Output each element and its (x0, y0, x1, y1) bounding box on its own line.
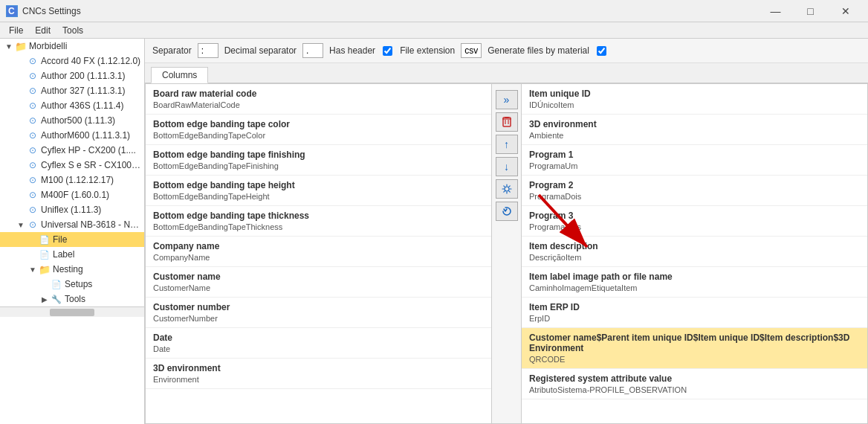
settings-button[interactable] (496, 179, 518, 199)
expand-icon-author436s (15, 100, 27, 112)
add-all-button[interactable]: » (496, 90, 518, 109)
move-down-button[interactable]: ↓ (496, 157, 518, 176)
column-name: Customer name (153, 272, 484, 282)
cnc-icon-author500: ⊙ (27, 115, 39, 126)
sidebar-label: Morbidelli (29, 41, 67, 51)
menu-tools[interactable]: Tools (56, 24, 89, 37)
list-item[interactable]: Bottom edge banding tape color BottomEdg… (146, 115, 491, 145)
sidebar-item-uniflex[interactable]: ⊙ Uniflex (1.11.3) (0, 202, 144, 217)
list-item[interactable]: Company name CompanyName (146, 237, 491, 267)
sidebar-item-accord[interactable]: ⊙ Accord 40 FX (1.12.12.0) (0, 54, 144, 68)
sidebar-item-file[interactable]: 📄 File (0, 232, 144, 247)
label-icon: 📄 (39, 248, 51, 260)
list-item[interactable]: Bottom edge banding tape thickness Botto… (146, 206, 491, 237)
separator-input[interactable] (198, 43, 218, 58)
close-button[interactable]: ✕ (829, 0, 862, 22)
sidebar-item-authorm600[interactable]: ⊙ AuthorM600 (1.11.3.1) (0, 128, 144, 143)
columns-area: Board raw material code BoardRawMaterial… (145, 83, 868, 424)
right-list-item[interactable]: Item ERP ID ErpID (522, 298, 867, 328)
sidebar-item-cyflex-s[interactable]: ⊙ Cyflex S e SR - CX100 (… (0, 158, 144, 173)
right-list-item-highlighted[interactable]: Customer name$Parent item unique ID$Item… (522, 328, 867, 369)
minimize-button[interactable]: — (759, 0, 792, 22)
generate-label: Generate files by material (488, 45, 589, 56)
sidebar-item-label[interactable]: 📄 Label (0, 247, 144, 262)
middle-buttons-panel: » ↑ ↓ (492, 84, 522, 423)
sidebar-label-authorm600: AuthorM600 (1.11.3.1) (41, 130, 130, 141)
sidebar-item-author500[interactable]: ⊙ Author500 (1.11.3) (0, 113, 144, 128)
right-column-name: Item description (529, 241, 860, 251)
right-column-name: Program 1 (529, 150, 860, 160)
expand-icon-file (27, 234, 39, 245)
sidebar-label-author436s: Author 436S (1.11.4) (41, 100, 123, 111)
cnc-icon-m400f: ⊙ (27, 189, 39, 201)
right-column-name: Item unique ID (529, 89, 860, 99)
right-list-item[interactable]: Program 2 ProgramaDois (522, 176, 867, 206)
right-list-item[interactable]: Program 3 ProgramaTrês (522, 206, 867, 237)
svg-text:C: C (8, 6, 15, 16)
column-code: Date (153, 344, 484, 353)
cnc-icon-author200: ⊙ (27, 70, 39, 82)
sidebar-label-m400f: M400F (1.60.0.1) (41, 190, 109, 200)
cnc-icon-cyflex-hp: ⊙ (27, 144, 39, 156)
expand-icon-accord (15, 55, 27, 67)
maximize-button[interactable]: □ (794, 0, 827, 22)
move-up-button[interactable]: ↑ (496, 135, 518, 154)
right-list-item[interactable]: 3D environment Ambiente (522, 115, 867, 145)
sidebar-item-morbidelli[interactable]: ▼ 📁 Morbidelli (0, 39, 144, 54)
folder-icon: 📁 (15, 40, 27, 52)
list-item[interactable]: Bottom edge banding tape finishing Botto… (146, 145, 491, 176)
sidebar-item-universal[interactable]: ▼ ⊙ Universal NB-3618 - N… (0, 217, 144, 232)
reset-button[interactable] (496, 202, 518, 221)
sidebar-item-author436s[interactable]: ⊙ Author 436S (1.11.4) (0, 98, 144, 113)
right-list-item[interactable]: Item unique ID IDÚnicoItem (522, 84, 867, 115)
menu-edit[interactable]: Edit (29, 24, 56, 37)
column-code: CustomerNumber (153, 314, 484, 323)
sidebar-item-m400f[interactable]: ⊙ M400F (1.60.0.1) (0, 187, 144, 202)
right-list-item[interactable]: Program 1 ProgramaUm (522, 145, 867, 176)
right-column-code: QRCODE (529, 355, 860, 364)
sidebar-label-accord: Accord 40 FX (1.12.12.0) (41, 56, 140, 66)
decimal-input[interactable] (302, 43, 323, 58)
sidebar-label-cyflex-s: Cyflex S e SR - CX100 (… (41, 160, 141, 170)
sidebar-item-setups[interactable]: 📄 Setups (0, 277, 144, 292)
sidebar-item-nesting[interactable]: ▼ 📁 Nesting (0, 262, 144, 277)
column-code: BottomEdgeBandingTapeThickness (153, 222, 484, 231)
list-item[interactable]: Board raw material code BoardRawMaterial… (146, 84, 491, 115)
list-item[interactable]: Date Date (146, 328, 491, 359)
column-name: Company name (153, 241, 484, 251)
sidebar-item-author327[interactable]: ⊙ Author 327 (1.11.3.1) (0, 83, 144, 98)
list-item[interactable]: Customer number CustomerNumber (146, 298, 491, 328)
right-column-code: ProgramaTrês (529, 222, 860, 231)
cnc-icon-author436s: ⊙ (27, 100, 39, 112)
sidebar: ▼ 📁 Morbidelli ⊙ Accord 40 FX (1.12.12.0… (0, 39, 145, 424)
sidebar-item-m100[interactable]: ⊙ M100 (1.12.12.17) (0, 173, 144, 187)
column-code: CustomerName (153, 283, 484, 292)
list-item[interactable]: Bottom edge banding tape height BottomEd… (146, 176, 491, 206)
list-item[interactable]: 3D environment Environment (146, 359, 491, 389)
file-extension-input[interactable] (461, 43, 482, 58)
tab-columns[interactable]: Columns (151, 67, 208, 83)
column-name: Bottom edge banding tape color (153, 119, 484, 129)
sidebar-scrollbar-area (0, 306, 144, 317)
right-list-item[interactable]: Item description DescriçãoItem (522, 237, 867, 267)
remove-button[interactable] (496, 112, 518, 132)
menu-file[interactable]: File (3, 24, 29, 37)
cnc-icon-uniflex: ⊙ (27, 204, 39, 216)
sidebar-item-tools[interactable]: ▶ 🔧 Tools (0, 292, 144, 306)
sidebar-label-author327: Author 327 (1.11.3.1) (41, 86, 125, 96)
columns-container: Board raw material code BoardRawMaterial… (145, 83, 868, 424)
app-icon: C (6, 5, 18, 17)
right-list-item[interactable]: Item label image path or file name Camin… (522, 267, 867, 298)
generate-checkbox[interactable] (597, 46, 606, 56)
right-list-item[interactable]: Registered system attribute value Atribu… (522, 369, 867, 399)
cnc-icon-universal: ⊙ (27, 219, 39, 231)
left-columns-list[interactable]: Board raw material code BoardRawMaterial… (146, 84, 492, 423)
right-columns-list[interactable]: Item unique ID IDÚnicoItem 3D environmen… (522, 84, 867, 423)
list-item[interactable]: Customer name CustomerName (146, 267, 491, 298)
sidebar-item-author200[interactable]: ⊙ Author 200 (1.11.3.1) (0, 68, 144, 83)
column-name: Customer number (153, 302, 484, 312)
has-header-checkbox[interactable] (383, 46, 392, 56)
tab-columns-label: Columns (162, 70, 197, 80)
sidebar-scrollbar-thumb[interactable] (50, 309, 94, 316)
sidebar-item-cyflex-hp[interactable]: ⊙ Cyflex HP - CX200 (1.... (0, 143, 144, 158)
